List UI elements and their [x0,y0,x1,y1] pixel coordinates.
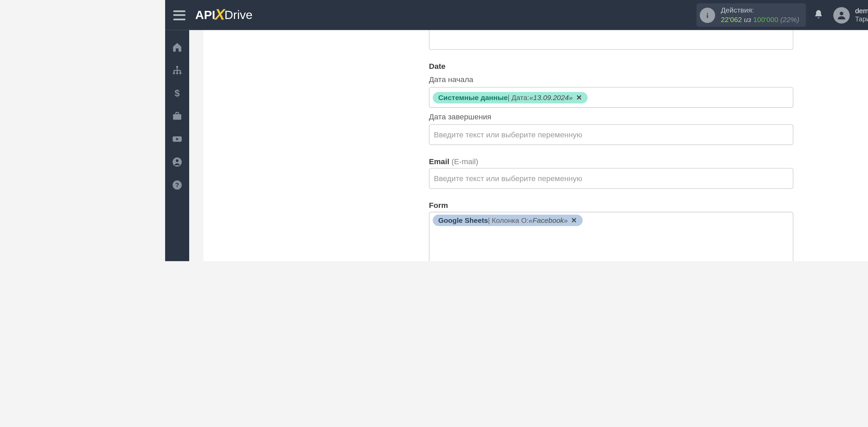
svg-rect-5 [176,72,178,74]
svg-text:?: ? [175,181,179,189]
previous-field-tail[interactable] [429,30,793,50]
actions-usage-badge[interactable]: Действия: 22'062 из 100'000 (22%) [697,3,806,27]
user-menu[interactable]: demo_apix-drive_s3 Тариф |Премиум PRO| д… [833,6,868,23]
logo-api: API [195,8,215,22]
field-title-email: Email (E-mail) [429,157,793,166]
field-title-form: Form [429,201,793,210]
sidebar-user-icon[interactable] [165,151,189,174]
svg-point-2 [840,12,843,15]
svg-rect-4 [173,72,175,74]
date-start-label: Дата начала [429,75,793,84]
sidebar-youtube-icon[interactable] [165,128,189,151]
sidebar-help-icon[interactable]: ? [165,174,189,197]
svg-point-0 [707,13,708,14]
sidebar-home-icon[interactable] [165,36,189,59]
actions-usage-text: Действия: 22'062 из 100'000 (22%) [721,6,799,24]
app-header: API X Drive Действия: 22'062 из 100'000 … [165,0,868,30]
sidebar: $ ? [165,30,189,261]
remove-tag-icon[interactable]: ✕ [571,216,577,225]
svg-rect-1 [707,15,708,17]
logo-drive: Drive [224,8,253,22]
menu-toggle[interactable] [173,10,185,20]
date-end-input[interactable] [429,124,793,145]
svg-rect-6 [179,72,181,74]
tag-system-date[interactable]: Системные данные | Дата: «13.09.2024» ✕ [433,92,588,103]
form-input[interactable]: Google Sheets | Колонка O: «Facebook» ✕ [429,212,793,261]
svg-text:$: $ [175,88,180,98]
content-area: Date Дата начала Системные данные | Дата… [189,30,868,261]
form-card: Date Дата начала Системные данные | Дата… [203,30,868,261]
info-icon [700,7,715,23]
svg-rect-8 [173,114,181,120]
tag-form-source[interactable]: Google Sheets | Колонка O: «Facebook» ✕ [433,215,583,226]
field-date: Date Дата начала Системные данные | Дата… [429,62,793,145]
avatar-icon [833,7,849,23]
date-end-text[interactable] [433,127,789,142]
field-title-date: Date [429,62,793,71]
svg-point-11 [176,159,178,162]
date-end-label: Дата завершения [429,112,793,121]
field-form: Form Google Sheets | Колонка O: «Faceboo… [429,201,793,261]
sidebar-briefcase-icon[interactable] [165,104,189,128]
field-email: Email (E-mail) [429,157,793,189]
svg-rect-3 [176,66,178,67]
sidebar-connections-icon[interactable] [165,59,189,82]
email-input[interactable] [429,168,793,189]
email-text[interactable] [433,171,789,186]
date-start-input[interactable]: Системные данные | Дата: «13.09.2024» ✕ [429,87,793,108]
sidebar-billing-icon[interactable]: $ [165,81,189,104]
user-text: demo_apix-drive_s3 Тариф |Премиум PRO| д… [855,6,868,23]
logo-x: X [215,6,225,23]
remove-tag-icon[interactable]: ✕ [576,93,582,101]
logo[interactable]: API X Drive [195,6,253,24]
notifications-icon[interactable] [813,8,823,22]
